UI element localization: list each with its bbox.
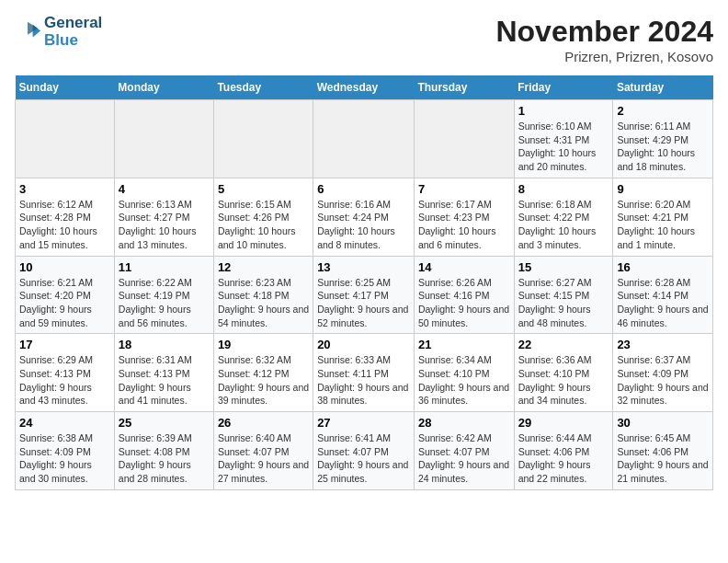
day-number: 13 xyxy=(317,260,410,274)
calendar-body: 1Sunrise: 6:10 AMSunset: 4:31 PMDaylight… xyxy=(16,100,713,490)
day-number: 27 xyxy=(317,416,410,430)
day-info: Sunrise: 6:45 AMSunset: 4:06 PMDaylight:… xyxy=(617,431,709,486)
day-info: Sunrise: 6:32 AMSunset: 4:12 PMDaylight:… xyxy=(218,353,309,408)
day-info: Sunrise: 6:25 AMSunset: 4:17 PMDaylight:… xyxy=(317,276,410,330)
day-number: 20 xyxy=(317,338,410,351)
weekday-friday: Friday xyxy=(514,75,613,100)
day-info: Sunrise: 6:41 AMSunset: 4:07 PMDaylight:… xyxy=(317,431,410,486)
calendar-cell: 10Sunrise: 6:21 AMSunset: 4:20 PMDayligh… xyxy=(16,256,115,334)
logo: General Blue xyxy=(15,15,102,49)
calendar-cell: 3Sunrise: 6:12 AMSunset: 4:28 PMDaylight… xyxy=(16,178,115,256)
day-number: 4 xyxy=(119,182,210,196)
day-number: 21 xyxy=(418,338,510,351)
day-info: Sunrise: 6:10 AMSunset: 4:31 PMDaylight:… xyxy=(518,120,609,174)
calendar-cell: 13Sunrise: 6:25 AMSunset: 4:17 PMDayligh… xyxy=(313,256,415,334)
day-info: Sunrise: 6:38 AMSunset: 4:09 PMDaylight:… xyxy=(19,431,110,486)
calendar-cell: 11Sunrise: 6:22 AMSunset: 4:19 PMDayligh… xyxy=(114,256,213,334)
calendar-cell: 25Sunrise: 6:39 AMSunset: 4:08 PMDayligh… xyxy=(114,412,213,490)
day-number: 1 xyxy=(518,104,609,118)
calendar-cell: 12Sunrise: 6:23 AMSunset: 4:18 PMDayligh… xyxy=(213,256,313,334)
day-info: Sunrise: 6:16 AMSunset: 4:24 PMDaylight:… xyxy=(317,198,410,252)
calendar-cell: 24Sunrise: 6:38 AMSunset: 4:09 PMDayligh… xyxy=(16,412,115,490)
month-title: November 2024 xyxy=(495,15,713,49)
calendar-cell: 4Sunrise: 6:13 AMSunset: 4:27 PMDaylight… xyxy=(114,178,213,256)
title-block: November 2024 Prizren, Prizren, Kosovo xyxy=(495,15,713,64)
logo-icon xyxy=(15,19,40,45)
day-info: Sunrise: 6:42 AMSunset: 4:07 PMDaylight:… xyxy=(418,431,510,486)
day-number: 9 xyxy=(617,182,709,196)
weekday-monday: Monday xyxy=(114,75,213,100)
calendar-cell: 30Sunrise: 6:45 AMSunset: 4:06 PMDayligh… xyxy=(613,412,713,490)
day-info: Sunrise: 6:21 AMSunset: 4:20 PMDaylight:… xyxy=(19,276,110,330)
weekday-wednesday: Wednesday xyxy=(313,75,415,100)
day-info: Sunrise: 6:22 AMSunset: 4:19 PMDaylight:… xyxy=(119,276,210,330)
calendar-cell: 21Sunrise: 6:34 AMSunset: 4:10 PMDayligh… xyxy=(414,334,514,412)
location: Prizren, Prizren, Kosovo xyxy=(495,49,713,64)
day-info: Sunrise: 6:40 AMSunset: 4:07 PMDaylight:… xyxy=(218,431,309,486)
calendar-cell: 27Sunrise: 6:41 AMSunset: 4:07 PMDayligh… xyxy=(313,412,415,490)
calendar-cell xyxy=(114,100,213,178)
weekday-thursday: Thursday xyxy=(414,75,514,100)
day-number: 2 xyxy=(617,104,709,118)
day-number: 28 xyxy=(418,416,510,430)
day-info: Sunrise: 6:12 AMSunset: 4:28 PMDaylight:… xyxy=(19,198,110,252)
calendar-cell: 14Sunrise: 6:26 AMSunset: 4:16 PMDayligh… xyxy=(414,256,514,334)
calendar-cell xyxy=(414,100,514,178)
weekday-sunday: Sunday xyxy=(16,75,115,100)
weekday-saturday: Saturday xyxy=(613,75,713,100)
calendar-cell: 8Sunrise: 6:18 AMSunset: 4:22 PMDaylight… xyxy=(514,178,613,256)
calendar-cell: 28Sunrise: 6:42 AMSunset: 4:07 PMDayligh… xyxy=(414,412,514,490)
calendar-cell: 9Sunrise: 6:20 AMSunset: 4:21 PMDaylight… xyxy=(613,178,713,256)
day-number: 29 xyxy=(518,416,609,430)
calendar-cell: 20Sunrise: 6:33 AMSunset: 4:11 PMDayligh… xyxy=(313,334,415,412)
logo-text-line1: General xyxy=(44,15,102,32)
day-info: Sunrise: 6:27 AMSunset: 4:15 PMDaylight:… xyxy=(518,276,609,330)
day-number: 5 xyxy=(218,182,309,196)
weekday-tuesday: Tuesday xyxy=(213,75,313,100)
day-info: Sunrise: 6:29 AMSunset: 4:13 PMDaylight:… xyxy=(19,353,110,408)
day-number: 10 xyxy=(19,260,110,274)
calendar-cell: 15Sunrise: 6:27 AMSunset: 4:15 PMDayligh… xyxy=(514,256,613,334)
day-number: 15 xyxy=(518,260,609,274)
day-info: Sunrise: 6:36 AMSunset: 4:10 PMDaylight:… xyxy=(518,353,609,408)
logo-text-line2: Blue xyxy=(44,32,102,50)
calendar-cell: 7Sunrise: 6:17 AMSunset: 4:23 PMDaylight… xyxy=(414,178,514,256)
calendar-cell: 1Sunrise: 6:10 AMSunset: 4:31 PMDaylight… xyxy=(514,100,613,178)
day-info: Sunrise: 6:13 AMSunset: 4:27 PMDaylight:… xyxy=(119,198,210,252)
day-info: Sunrise: 6:44 AMSunset: 4:06 PMDaylight:… xyxy=(518,431,609,486)
day-number: 14 xyxy=(418,260,510,274)
day-info: Sunrise: 6:20 AMSunset: 4:21 PMDaylight:… xyxy=(617,198,709,252)
day-number: 25 xyxy=(119,416,210,430)
day-number: 22 xyxy=(518,338,609,351)
calendar-cell xyxy=(213,100,313,178)
calendar-table: Sunday Monday Tuesday Wednesday Thursday… xyxy=(15,75,713,490)
day-info: Sunrise: 6:23 AMSunset: 4:18 PMDaylight:… xyxy=(218,276,309,330)
calendar-cell: 16Sunrise: 6:28 AMSunset: 4:14 PMDayligh… xyxy=(613,256,713,334)
day-info: Sunrise: 6:17 AMSunset: 4:23 PMDaylight:… xyxy=(418,198,510,252)
day-info: Sunrise: 6:15 AMSunset: 4:26 PMDaylight:… xyxy=(218,198,309,252)
day-number: 12 xyxy=(218,260,309,274)
day-number: 30 xyxy=(617,416,709,430)
day-info: Sunrise: 6:33 AMSunset: 4:11 PMDaylight:… xyxy=(317,353,410,408)
calendar-cell: 17Sunrise: 6:29 AMSunset: 4:13 PMDayligh… xyxy=(16,334,115,412)
day-number: 11 xyxy=(119,260,210,274)
day-number: 23 xyxy=(617,338,709,351)
calendar-header: Sunday Monday Tuesday Wednesday Thursday… xyxy=(16,75,713,100)
calendar-cell: 29Sunrise: 6:44 AMSunset: 4:06 PMDayligh… xyxy=(514,412,613,490)
calendar-cell: 2Sunrise: 6:11 AMSunset: 4:29 PMDaylight… xyxy=(613,100,713,178)
calendar-cell: 26Sunrise: 6:40 AMSunset: 4:07 PMDayligh… xyxy=(213,412,313,490)
day-number: 18 xyxy=(119,338,210,351)
day-number: 17 xyxy=(19,338,110,351)
calendar-cell: 22Sunrise: 6:36 AMSunset: 4:10 PMDayligh… xyxy=(514,334,613,412)
day-number: 3 xyxy=(19,182,110,196)
calendar-cell xyxy=(313,100,415,178)
day-number: 6 xyxy=(317,182,410,196)
day-info: Sunrise: 6:26 AMSunset: 4:16 PMDaylight:… xyxy=(418,276,510,330)
day-info: Sunrise: 6:18 AMSunset: 4:22 PMDaylight:… xyxy=(518,198,609,252)
day-info: Sunrise: 6:11 AMSunset: 4:29 PMDaylight:… xyxy=(617,120,709,174)
day-info: Sunrise: 6:34 AMSunset: 4:10 PMDaylight:… xyxy=(418,353,510,408)
day-info: Sunrise: 6:31 AMSunset: 4:13 PMDaylight:… xyxy=(119,353,210,408)
calendar-cell: 23Sunrise: 6:37 AMSunset: 4:09 PMDayligh… xyxy=(613,334,713,412)
day-info: Sunrise: 6:39 AMSunset: 4:08 PMDaylight:… xyxy=(119,431,210,486)
day-number: 24 xyxy=(19,416,110,430)
